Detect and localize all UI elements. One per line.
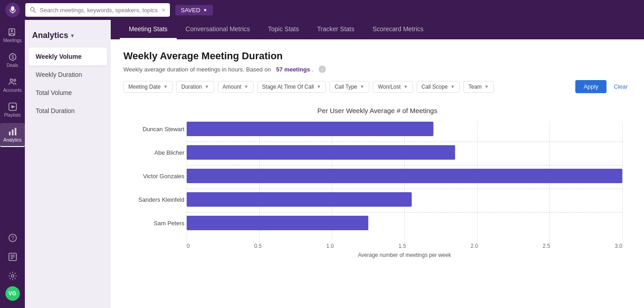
- bar-label: Abe Blicher: [123, 149, 184, 156]
- sidebar-item-analytics[interactable]: Analytics: [0, 123, 25, 147]
- sidebar-item-settings[interactable]: [0, 267, 25, 284]
- svg-rect-12: [9, 132, 10, 135]
- x-tick: 1.0: [326, 243, 334, 249]
- filter-meeting-date[interactable]: Meeting Date ▼: [123, 81, 173, 93]
- bar-row: Sam Peters: [187, 216, 622, 230]
- x-tick: 2.0: [470, 243, 478, 249]
- bar-row: Sanders Kleinfeld: [187, 192, 622, 207]
- bar-dashed-separator: [187, 165, 622, 166]
- bar-track: [187, 145, 622, 160]
- bar-fill: [187, 192, 412, 207]
- amount-chevron: ▼: [244, 84, 249, 89]
- bar-fill: [187, 145, 455, 160]
- team-chevron: ▼: [484, 84, 489, 89]
- search-bar[interactable]: ×: [25, 3, 170, 17]
- saved-chevron-icon: ▼: [203, 8, 207, 13]
- svg-line-3: [34, 11, 36, 13]
- search-input[interactable]: [40, 7, 158, 14]
- x-tick: 3.0: [615, 243, 622, 249]
- filter-stage-at-time[interactable]: Stage At Time Of Call ▼: [257, 81, 326, 93]
- sidebar-item-accounts[interactable]: Accounts: [0, 73, 25, 96]
- svg-point-21: [11, 275, 14, 277]
- bar-label: Sam Peters: [123, 220, 184, 227]
- tab-tracker-stats[interactable]: Tracker Stats: [308, 20, 363, 39]
- analytics-title-chevron: ▾: [71, 33, 74, 39]
- sidebar-item-weekly-volume[interactable]: Weekly Volume: [28, 47, 107, 66]
- user-avatar[interactable]: VG: [5, 286, 20, 301]
- filter-row: Meeting Date ▼ Duration ▼ Amount ▼ Stage…: [123, 80, 631, 93]
- bar-track: [187, 122, 622, 136]
- filter-amount[interactable]: Amount ▼: [218, 81, 254, 93]
- bar-track: [187, 169, 622, 183]
- sidebar-item-playlists[interactable]: Playlists: [0, 98, 25, 121]
- won-lost-chevron: ▼: [404, 84, 408, 89]
- x-tick: 0: [187, 243, 190, 249]
- chart-wrapper: Duncan StewartAbe BlicherVictor Gonzales…: [123, 122, 631, 258]
- sidebar-item-weekly-duration[interactable]: Weekly Duration: [28, 66, 107, 84]
- tab-conversational-metrics[interactable]: Conversational Metrics: [177, 20, 259, 39]
- svg-marker-11: [11, 105, 15, 108]
- filter-call-scope[interactable]: Call Scope ▼: [417, 81, 460, 93]
- bar-dashed-separator: [187, 142, 622, 142]
- svg-point-9: [14, 79, 16, 81]
- clear-button[interactable]: Clear: [610, 80, 631, 93]
- secondary-sidebar: Analytics ▾ Weekly Volume Weekly Duratio…: [25, 20, 111, 308]
- filter-duration[interactable]: Duration ▼: [176, 81, 214, 93]
- sidebar-item-meetings[interactable]: Meetings: [0, 24, 25, 47]
- icon-rail: Meetings $ Deals Accounts Playlists: [0, 20, 25, 308]
- x-tick: 1.5: [399, 243, 406, 249]
- stage-chevron: ▼: [317, 84, 321, 89]
- bar-track: [187, 192, 622, 207]
- bar-row: Duncan Stewart: [187, 122, 622, 136]
- bar-label: Victor Gonzales: [123, 173, 184, 180]
- main-layout: Meetings $ Deals Accounts Playlists: [0, 20, 644, 308]
- x-tick: 0.5: [254, 243, 262, 249]
- search-icon: [30, 7, 36, 13]
- bar-label: Duncan Stewart: [123, 126, 184, 133]
- duration-chevron: ▼: [205, 84, 209, 89]
- bar-row: Victor Gonzales: [187, 169, 622, 183]
- sidebar-item-total-duration[interactable]: Total Duration: [28, 102, 107, 120]
- content-area: Meeting Stats Conversational Metrics Top…: [111, 20, 644, 308]
- chart-container: Per User Weekly Average # of Meetings Du…: [123, 102, 631, 263]
- svg-point-5: [10, 30, 13, 33]
- analytics-title: Analytics ▾: [25, 27, 111, 47]
- chart-title: Per User Weekly Average # of Meetings: [123, 107, 631, 114]
- x-axis-label: Average number of meetings per week: [187, 252, 622, 258]
- meetings-count-link[interactable]: 57 meetings: [276, 66, 310, 73]
- x-tick: 2.5: [543, 243, 550, 249]
- bar-row: Abe Blicher: [187, 145, 622, 160]
- sidebar-item-scorecard[interactable]: [0, 248, 25, 265]
- info-icon[interactable]: i: [319, 66, 326, 73]
- sidebar-item-help[interactable]: ?: [0, 229, 25, 246]
- bar-fill: [187, 169, 622, 183]
- bar-fill: [187, 122, 433, 136]
- apply-button[interactable]: Apply: [575, 80, 606, 93]
- sidebar-item-deals[interactable]: $ Deals: [0, 48, 25, 71]
- x-axis: 00.51.01.52.02.53.0: [187, 239, 622, 249]
- bar-label: Sanders Kleinfeld: [123, 196, 184, 203]
- bar-track: [187, 216, 622, 230]
- page-content: Weekly Average Meeting Duration Weekly a…: [111, 39, 644, 308]
- tab-topic-stats[interactable]: Topic Stats: [259, 20, 308, 39]
- meeting-date-chevron: ▼: [163, 84, 168, 89]
- search-clear-button[interactable]: ×: [162, 6, 165, 14]
- filter-team[interactable]: Team ▼: [463, 81, 494, 93]
- svg-point-0: [11, 6, 14, 11]
- call-scope-chevron: ▼: [451, 84, 455, 89]
- app-logo: [5, 3, 20, 17]
- filter-won-lost[interactable]: Won/Lost ▼: [373, 81, 413, 93]
- tab-bar: Meeting Stats Conversational Metrics Top…: [111, 20, 644, 39]
- bar-dashed-separator: [187, 189, 622, 189]
- saved-filter-badge[interactable]: SAVED ▼: [175, 5, 213, 15]
- tab-meeting-stats[interactable]: Meeting Stats: [120, 20, 177, 39]
- sidebar-item-total-volume[interactable]: Total Volume: [28, 84, 107, 102]
- svg-rect-13: [12, 129, 14, 135]
- filter-call-type[interactable]: Call Type ▼: [329, 81, 369, 93]
- bar-dashed-separator: [187, 212, 622, 213]
- bar-fill: [187, 216, 368, 230]
- top-bar: × SAVED ▼: [0, 0, 644, 20]
- tab-scorecard-metrics[interactable]: Scorecard Metrics: [363, 20, 432, 39]
- call-type-chevron: ▼: [360, 84, 364, 89]
- chart-bars: Duncan StewartAbe BlicherVictor Gonzales…: [123, 122, 631, 258]
